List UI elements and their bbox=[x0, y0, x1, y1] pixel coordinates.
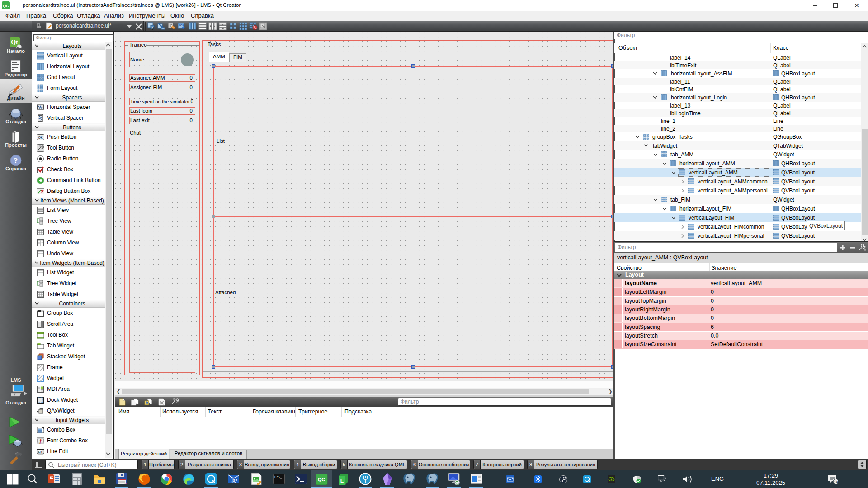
svg-text:Qt: Qt bbox=[11, 39, 18, 46]
svg-text:OK: OK bbox=[38, 136, 42, 139]
svg-text:L: L bbox=[340, 478, 344, 484]
svg-text:QC: QC bbox=[318, 477, 326, 482]
svg-text:C:\_: C:\_ bbox=[274, 475, 283, 479]
svg-text:b: b bbox=[232, 478, 235, 483]
svg-text:51: 51 bbox=[124, 482, 127, 485]
svg-text:123: 123 bbox=[179, 23, 184, 27]
svg-text:?: ? bbox=[14, 156, 18, 165]
svg-text:14: 14 bbox=[834, 480, 838, 484]
svg-text:QC: QC bbox=[3, 4, 9, 8]
svg-text:AB: AB bbox=[38, 450, 42, 454]
